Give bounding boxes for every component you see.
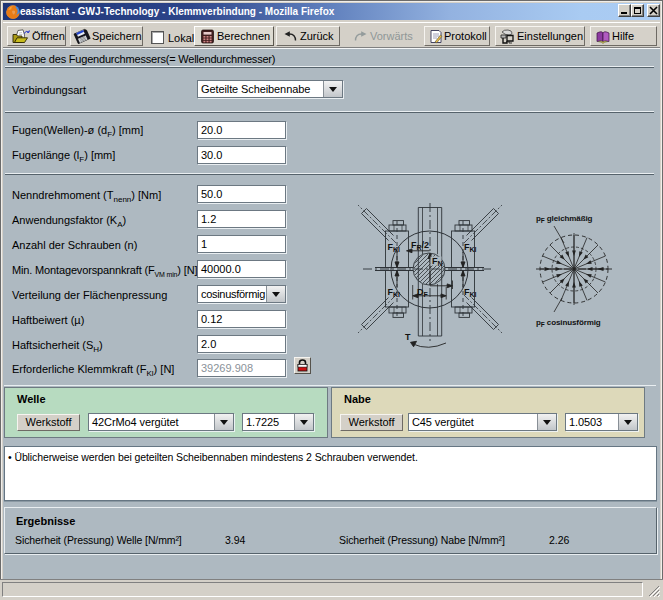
svg-text:pF gleichmäßig: pF gleichmäßig: [536, 214, 593, 224]
svg-text:FKl: FKl: [388, 287, 401, 298]
svg-text:T: T: [405, 332, 411, 342]
svg-text:pF cosinusförmig: pF cosinusförmig: [536, 318, 601, 328]
svg-text:DF: DF: [417, 287, 429, 298]
svg-text:FR/2: FR/2: [411, 240, 429, 251]
svg-text:FKl: FKl: [388, 242, 401, 253]
